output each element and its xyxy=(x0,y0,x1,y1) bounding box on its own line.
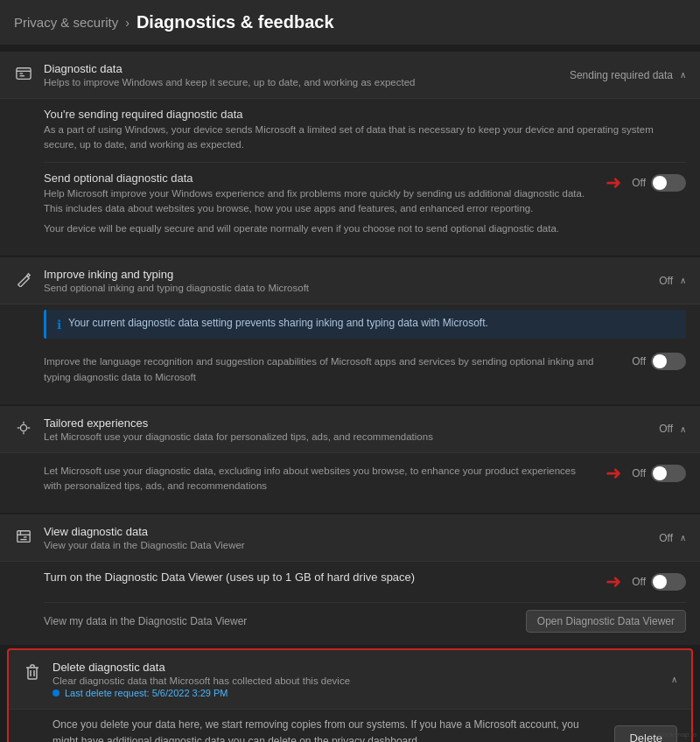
svg-rect-9 xyxy=(18,531,30,542)
inking-info-box: ℹ Your current diagnostic data setting p… xyxy=(44,310,686,339)
required-data-desc: As a part of using Windows, your device … xyxy=(44,122,672,153)
optional-data-desc: Help Microsoft improve your Windows expe… xyxy=(44,186,592,217)
diagnostic-data-title: Diagnostic data xyxy=(44,62,415,75)
inking-sub-desc: Improve the language recognition and sug… xyxy=(44,354,618,385)
tailored-icon xyxy=(14,418,33,438)
viewer-toggle-label: Off xyxy=(632,576,646,588)
inking-header[interactable]: Improve inking and typing Send optional … xyxy=(0,257,700,304)
inking-info-text: Your current diagnostic data setting pre… xyxy=(68,317,488,329)
inking-chevron: ∧ xyxy=(680,276,686,285)
tailored-toggle[interactable] xyxy=(651,465,686,482)
view-diagnostic-icon xyxy=(14,527,33,546)
inking-typing-section: Improve inking and typing Send optional … xyxy=(0,257,700,404)
inking-status: Off xyxy=(659,275,673,287)
delete-diagnostic-section: Delete diagnostic data Clear diagnostic … xyxy=(7,648,693,742)
diagnostic-body: You're sending required diagnostic data … xyxy=(0,98,700,256)
inking-sub-row: Improve the language recognition and sug… xyxy=(44,344,686,394)
last-delete-dot xyxy=(52,690,60,696)
view-diagnostic-chevron: ∧ xyxy=(680,533,686,542)
open-viewer-button[interactable]: Open Diagnostic Data Viewer xyxy=(526,610,686,633)
view-diagnostic-title: View diagnostic data xyxy=(44,525,245,538)
viewer-toggle[interactable] xyxy=(651,573,686,591)
watermark: stocksnap.io xyxy=(658,731,696,738)
viewer-toggle-row: Turn on the Diagnostic Data Viewer (uses… xyxy=(44,562,686,603)
last-delete-info: Last delete request: 5/6/2022 3:29 PM xyxy=(52,688,350,698)
inking-subtitle: Send optional inking and typing diagnost… xyxy=(44,283,309,293)
delete-diagnostic-subtitle: Clear diagnostic data that Microsoft has… xyxy=(52,676,350,686)
diagnostic-icon xyxy=(14,64,33,83)
breadcrumb-parent[interactable]: Privacy & security xyxy=(14,15,118,30)
tailored-chevron: ∧ xyxy=(680,424,686,434)
optional-toggle-label: Off xyxy=(632,177,646,189)
view-data-link[interactable]: View my data in the Diagnostic Data View… xyxy=(44,615,247,627)
tailored-header[interactable]: Tailored experiences Let Microsoft use y… xyxy=(0,406,700,452)
optional-toggle[interactable] xyxy=(651,174,686,192)
svg-point-4 xyxy=(20,424,26,430)
optional-arrow-icon: ➜ xyxy=(606,172,621,194)
main-content: Diagnostic data Helps to improve Windows… xyxy=(0,45,700,742)
tailored-sub-desc: Let Microsoft use your diagnostic data, … xyxy=(44,464,592,494)
diagnostic-chevron: ∧ xyxy=(680,70,686,80)
diagnostic-data-header[interactable]: Diagnostic data Helps to improve Windows… xyxy=(0,52,700,98)
delete-chevron: ∧ xyxy=(671,675,677,684)
tailored-sub-row: Let Microsoft use your diagnostic data, … xyxy=(44,453,686,503)
diagnostic-status: Sending required data xyxy=(570,69,673,81)
delete-diagnostic-title: Delete diagnostic data xyxy=(52,661,350,674)
viewer-toggle-title: Turn on the Diagnostic Data Viewer (uses… xyxy=(44,570,592,584)
tailored-status: Off xyxy=(659,423,673,435)
inking-toggle-label: Off xyxy=(632,355,646,368)
delete-diagnostic-icon xyxy=(23,662,42,682)
tailored-title: Tailored experiences xyxy=(44,416,433,430)
inking-toggle[interactable] xyxy=(651,353,686,370)
tailored-toggle-label: Off xyxy=(632,467,646,480)
tailored-arrow-icon: ➜ xyxy=(606,462,621,485)
view-diagnostic-status: Off xyxy=(659,532,673,544)
delete-body: Once you delete your data here, we start… xyxy=(9,709,691,742)
tailored-body: Let Microsoft use your diagnostic data, … xyxy=(0,452,700,514)
delete-body-content: Once you delete your data here, we start… xyxy=(52,710,677,742)
info-icon: ℹ xyxy=(57,318,61,332)
optional-data-note: Your device will be equally secure and w… xyxy=(44,221,592,236)
last-delete-text: Last delete request: 5/6/2022 3:29 PM xyxy=(65,688,228,698)
diagnostic-data-subtitle: Helps to improve Windows and keep it sec… xyxy=(44,77,415,88)
tailored-subtitle: Let Microsoft use your diagnostic data f… xyxy=(44,431,433,442)
inking-body: ℹ Your current diagnostic data setting p… xyxy=(0,304,700,404)
view-diagnostic-body: Turn on the Diagnostic Data Viewer (uses… xyxy=(0,561,700,645)
breadcrumb-separator: › xyxy=(125,16,130,30)
delete-body-text: Once you delete your data here, we start… xyxy=(52,717,604,742)
inking-icon xyxy=(14,270,33,289)
viewer-arrow-icon: ➜ xyxy=(606,570,621,593)
view-diagnostic-header[interactable]: View diagnostic data View your data in t… xyxy=(0,514,700,561)
svg-rect-0 xyxy=(17,68,31,80)
delete-diagnostic-header[interactable]: Delete diagnostic data Clear diagnostic … xyxy=(9,650,691,709)
diagnostic-data-section: Diagnostic data Helps to improve Windows… xyxy=(0,52,700,256)
optional-data-title: Send optional diagnostic data xyxy=(44,172,592,185)
tailored-section: Tailored experiences Let Microsoft use y… xyxy=(0,406,700,514)
page-title: Diagnostics & feedback xyxy=(136,12,334,32)
view-diagnostic-section: View diagnostic data View your data in t… xyxy=(0,514,700,645)
page-header: Privacy & security › Diagnostics & feedb… xyxy=(0,0,700,45)
inking-title: Improve inking and typing xyxy=(44,268,309,281)
viewer-link-row: View my data in the Diagnostic Data View… xyxy=(44,603,686,634)
required-data-row: You're sending required diagnostic data … xyxy=(44,99,686,163)
required-data-title: You're sending required diagnostic data xyxy=(44,108,672,121)
view-diagnostic-subtitle: View your data in the Diagnostic Data Vi… xyxy=(44,540,245,550)
optional-data-row: Send optional diagnostic data Help Micro… xyxy=(44,163,686,246)
